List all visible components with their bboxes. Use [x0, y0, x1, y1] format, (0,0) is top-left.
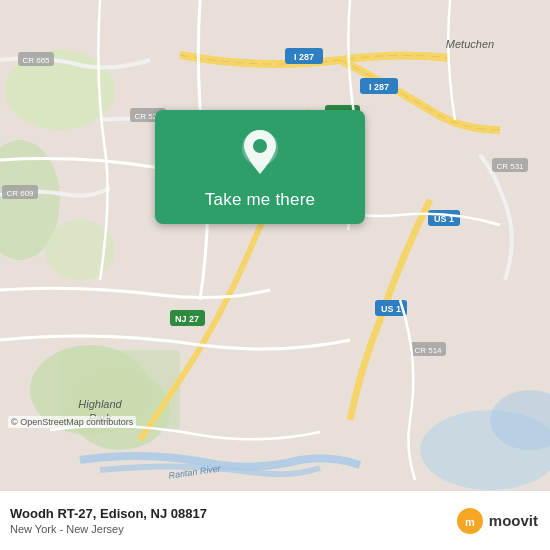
take-me-there-label: Take me there [205, 190, 315, 210]
svg-text:NJ 27: NJ 27 [175, 314, 199, 324]
svg-text:I 287: I 287 [294, 52, 314, 62]
map-attribution: © OpenStreetMap contributors [8, 416, 136, 428]
location-pin-icon [238, 128, 282, 180]
moovit-brand-icon: m [456, 507, 484, 535]
location-subtitle: New York - New Jersey [10, 523, 207, 535]
svg-text:I 287: I 287 [369, 82, 389, 92]
svg-point-36 [253, 139, 267, 153]
moovit-logo: m moovit [456, 507, 538, 535]
svg-text:CR 514: CR 514 [414, 346, 442, 355]
bottom-bar: Woodh RT-27, Edison, NJ 08817 New York -… [0, 490, 550, 550]
location-title: Woodh RT-27, Edison, NJ 08817 [10, 506, 207, 521]
take-me-there-button[interactable]: Take me there [155, 110, 365, 224]
svg-text:Highland: Highland [78, 398, 122, 410]
location-info: Woodh RT-27, Edison, NJ 08817 New York -… [10, 506, 207, 535]
map-container: I 287 I 287 NJ 27 NJ 27 US 1 US 1 CR 665… [0, 0, 550, 490]
svg-text:m: m [465, 516, 475, 528]
svg-text:CR 531: CR 531 [496, 162, 524, 171]
svg-text:US 1: US 1 [381, 304, 401, 314]
svg-text:CR 665: CR 665 [22, 56, 50, 65]
moovit-brand-name: moovit [489, 512, 538, 529]
svg-text:CR 609: CR 609 [6, 189, 34, 198]
svg-text:Metuchen: Metuchen [446, 38, 494, 50]
